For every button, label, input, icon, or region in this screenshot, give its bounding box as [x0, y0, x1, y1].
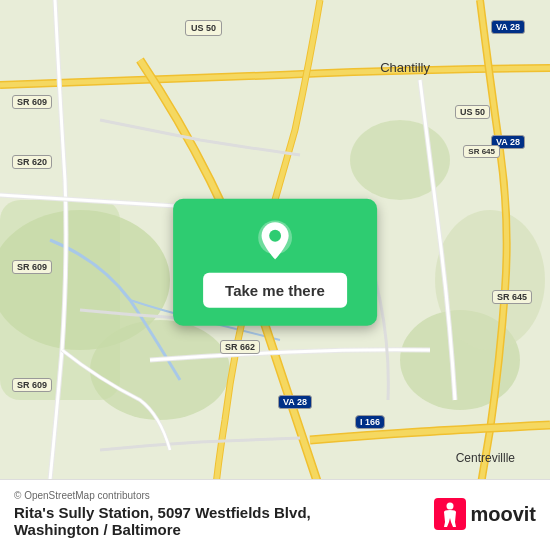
- badge-sr609-bl: SR 609: [12, 378, 52, 392]
- badge-sr662: SR 662: [220, 340, 260, 354]
- location-address: Rita's Sully Station, 5097 Westfields Bl…: [14, 504, 311, 521]
- badge-sr609-tl: SR 609: [12, 95, 52, 109]
- bottom-bar: © OpenStreetMap contributors Rita's Sull…: [0, 479, 550, 550]
- badge-us50-r: US 50: [455, 105, 490, 119]
- map-container: Chantilly US 50 VA 28 SR 609 SR 620 US 5…: [0, 0, 550, 550]
- moovit-brand-icon: [434, 498, 466, 530]
- svg-point-10: [447, 503, 454, 510]
- moovit-text: moovit: [470, 503, 536, 526]
- location-city: Washington / Baltimore: [14, 521, 181, 538]
- badge-i166: I 166: [355, 415, 385, 429]
- badge-sr645-r: SR 645: [492, 290, 532, 304]
- badge-sr609-ml: SR 609: [12, 260, 52, 274]
- location-pin-icon: [253, 219, 297, 263]
- location-name: Rita's Sully Station, 5097 Westfields Bl…: [14, 504, 434, 538]
- badge-sr645-tr: SR 645: [463, 145, 500, 158]
- badge-va28-b: VA 28: [278, 395, 312, 409]
- badge-us50-top: US 50: [185, 20, 222, 36]
- centerville-label: Centrevillle: [456, 451, 515, 465]
- svg-point-8: [269, 230, 281, 242]
- moovit-logo: moovit: [434, 498, 536, 530]
- take-me-there-button[interactable]: Take me there: [203, 273, 347, 308]
- chantilly-label: Chantilly: [380, 60, 430, 75]
- cta-card: Take me there: [173, 199, 377, 326]
- bottom-bar-left: © OpenStreetMap contributors Rita's Sull…: [14, 490, 434, 538]
- copyright-text: © OpenStreetMap contributors: [14, 490, 434, 501]
- badge-sr620-l: SR 620: [12, 155, 52, 169]
- badge-va28-top: VA 28: [491, 20, 525, 34]
